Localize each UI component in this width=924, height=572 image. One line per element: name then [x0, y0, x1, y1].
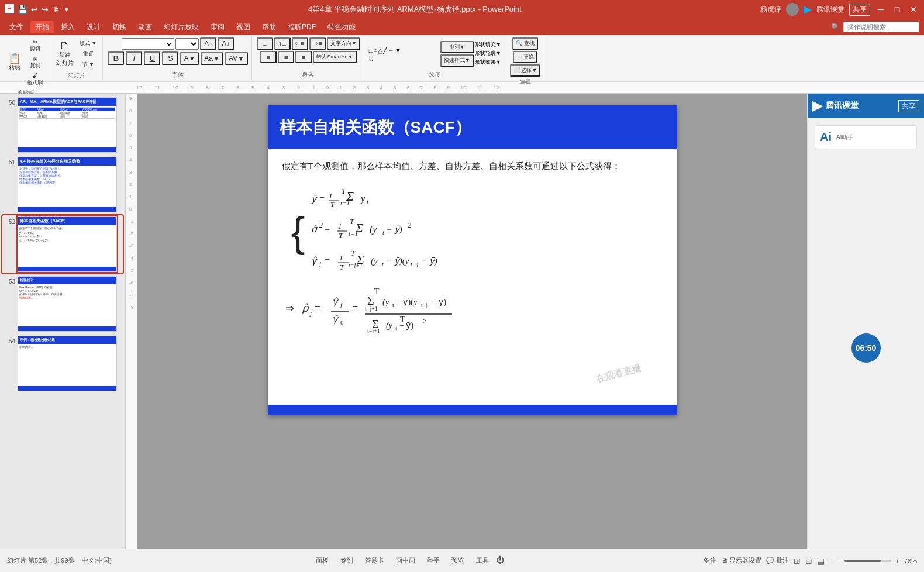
quick-dropdown[interactable]: ▼	[64, 6, 70, 13]
notes-btn[interactable]: 备注	[704, 556, 716, 565]
font-color-button[interactable]: A▼	[180, 52, 199, 65]
close-button[interactable]: ✕	[908, 4, 919, 15]
svg-text:Σ: Σ	[346, 189, 354, 204]
font-family-select[interactable]	[122, 38, 174, 50]
numbering-button[interactable]: 1≡	[274, 37, 291, 50]
menu-animations[interactable]: 动画	[133, 21, 157, 33]
comments-btn[interactable]: 💬 批注	[766, 556, 789, 565]
char-spacing-button[interactable]: AV▼	[225, 52, 248, 65]
align-center-button[interactable]: ≡	[278, 51, 294, 63]
format-painter-button[interactable]: 🖌格式刷	[25, 71, 45, 88]
menu-file[interactable]: 文件	[5, 21, 28, 33]
quick-mouse[interactable]: 🖱	[52, 5, 60, 14]
share-button[interactable]: 共享	[898, 100, 919, 112]
find-button[interactable]: 🔍 查找	[512, 37, 538, 50]
text-highlight-button[interactable]: Aa▼	[201, 52, 223, 65]
slide-item-51[interactable]: 51 4.4 样本自相关与样分自相关函数 本节中，我们将介绍以下内容： 方差和自…	[2, 156, 123, 213]
maximize-button[interactable]: □	[891, 4, 903, 15]
smartart-button[interactable]: 转为SmartArt▼	[313, 51, 356, 63]
menu-transitions[interactable]: 切换	[108, 21, 131, 33]
svg-text:(y: (y	[370, 224, 377, 235]
new-slide-button[interactable]: 🗋 新建 幻灯片	[54, 37, 76, 70]
menu-design[interactable]: 设计	[82, 21, 105, 33]
right-panel: ▶ 腾讯课堂 共享 Ai AI助手 06:50	[807, 94, 924, 549]
zoom-out-btn[interactable]: −	[836, 557, 839, 564]
slide-item-50[interactable]: 50 AR、MA、ARMA模型的ACF与PACF特征 类型AR(p)MA(q)A…	[2, 96, 123, 154]
svg-text:t=j+1: t=j+1	[365, 305, 378, 312]
slide-sorter-btn[interactable]: ⊟	[805, 556, 812, 566]
slide-item-54[interactable]: 54 示例：箱检数检验结果 示例内容...	[2, 335, 123, 392]
align-right-button[interactable]: ≡	[295, 51, 312, 63]
menu-insert[interactable]: 插入	[56, 21, 80, 33]
menu-foxit[interactable]: 福昕PDF	[283, 21, 320, 33]
menu-slideshow[interactable]: 幻灯片放映	[159, 21, 204, 33]
strikethrough-button[interactable]: S	[162, 51, 178, 65]
reset-button[interactable]: 重置	[77, 49, 99, 59]
power-icon[interactable]: ⏻	[496, 555, 504, 566]
minimize-button[interactable]: ─	[875, 4, 887, 15]
tab-pip[interactable]: 画中画	[391, 555, 420, 566]
slide-item-53[interactable]: 53 检验统计 Box-Pierce (1970): Q检验 Q = T(T+2…	[2, 275, 123, 333]
reading-view-btn[interactable]: ▤	[817, 556, 825, 566]
tab-tools[interactable]: 工具	[471, 555, 494, 566]
underline-button[interactable]: U	[144, 51, 160, 65]
svg-text:− ȳ): − ȳ)	[421, 256, 437, 266]
menu-special[interactable]: 特色功能	[323, 21, 360, 33]
shape-rect[interactable]: □	[369, 47, 373, 54]
tab-quiz[interactable]: 答题卡	[360, 555, 389, 566]
cut-button[interactable]: ✂剪切	[25, 37, 45, 54]
shape-triangle[interactable]: △	[378, 47, 382, 54]
copy-button[interactable]: ⎘复制	[25, 54, 45, 71]
display-settings-btn[interactable]: 🖥 显示器设置	[721, 556, 761, 565]
indent-more-button[interactable]: ⇒≡	[309, 37, 326, 50]
slide-title-text: 样本自相关函数（SACF）	[280, 116, 471, 139]
bullets-button[interactable]: ≡	[257, 37, 273, 50]
replace-button[interactable]: ↔ 替换	[513, 51, 537, 63]
shape-circle[interactable]: ○	[373, 47, 377, 54]
tab-handrise[interactable]: 举手	[422, 555, 444, 566]
shape-more[interactable]: ▼	[395, 47, 401, 54]
drawing-label: 绘图	[429, 71, 441, 79]
quick-style-button[interactable]: 快速样式▼	[440, 54, 474, 67]
shape-brace-open[interactable]: {	[369, 55, 371, 61]
select-button[interactable]: ⬜ 选择▼	[510, 64, 540, 77]
font-size-decrease[interactable]: A↓	[218, 37, 234, 50]
tab-preview[interactable]: 预览	[447, 555, 469, 566]
menu-review[interactable]: 审阅	[206, 21, 229, 33]
quick-save[interactable]: 💾	[18, 5, 27, 14]
text-direction-button[interactable]: 文字方向▼	[327, 37, 360, 50]
search-input[interactable]	[843, 22, 919, 32]
section-button[interactable]: 节 ▼	[77, 60, 99, 70]
zoom-level[interactable]: 78%	[904, 557, 917, 564]
indent-less-button[interactable]: ⇐≡	[292, 37, 308, 50]
svg-text:− ȳ)(y: − ȳ)(y	[397, 298, 418, 307]
shape-brace-close[interactable]: }	[372, 55, 374, 61]
shape-line[interactable]: ╱	[383, 47, 387, 54]
slide-num-53: 53	[4, 278, 15, 285]
share-label[interactable]: 共享	[849, 4, 870, 16]
align-left-button[interactable]: ≡	[260, 51, 277, 63]
font-size-select[interactable]	[175, 38, 199, 50]
menu-home[interactable]: 开始	[30, 21, 54, 33]
menu-help[interactable]: 帮助	[257, 21, 281, 33]
menu-view[interactable]: 视图	[232, 21, 255, 33]
arrange-button[interactable]: 排列▼	[440, 41, 474, 53]
zoom-slider[interactable]	[844, 560, 891, 562]
zoom-in-btn[interactable]: +	[896, 557, 899, 564]
svg-text:j: j	[309, 309, 312, 317]
quick-redo[interactable]: ↪	[42, 5, 49, 14]
ribbon-menu: 文件 开始 插入 设计 切换 动画 幻灯片放映 审阅 视图 帮助 福昕PDF 特…	[0, 19, 924, 35]
italic-button[interactable]: I	[126, 51, 142, 65]
quick-undo[interactable]: ↩	[31, 5, 38, 14]
font-size-increase[interactable]: A↑	[200, 37, 216, 50]
svg-text:ȳ =: ȳ =	[311, 194, 325, 204]
shape-arrow[interactable]: →	[388, 47, 394, 54]
layout-button[interactable]: 版式 ▼	[77, 39, 99, 49]
svg-text:t: t	[392, 302, 394, 308]
tab-panel[interactable]: 面板	[311, 555, 333, 566]
paste-button[interactable]: 📋 粘贴	[6, 46, 23, 79]
bold-button[interactable]: B	[108, 51, 124, 65]
normal-view-btn[interactable]: ⊞	[794, 556, 801, 566]
slide-item-52[interactable]: 52 样本自相关函数（SACF） 假定有T个观测值，那么样本均值... ȳ = …	[2, 215, 123, 273]
tab-signin[interactable]: 签到	[336, 555, 358, 566]
